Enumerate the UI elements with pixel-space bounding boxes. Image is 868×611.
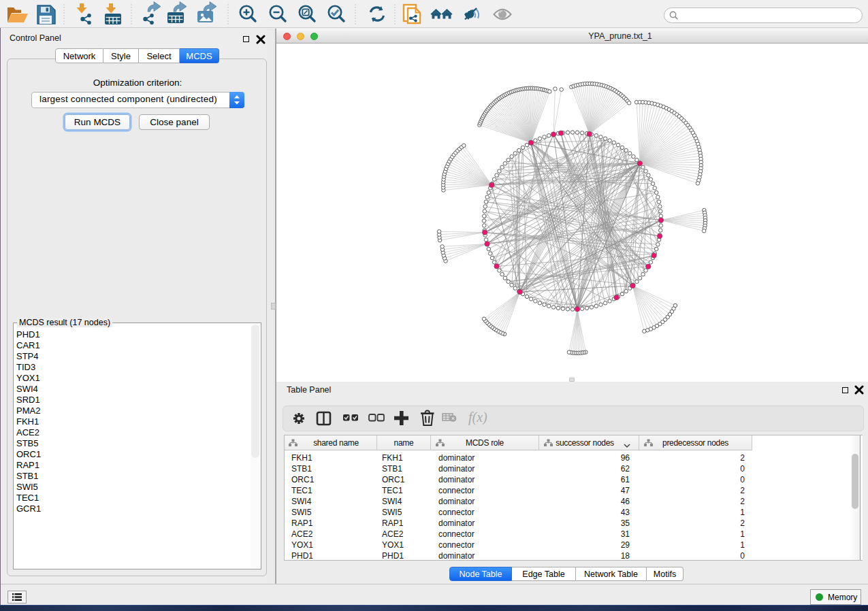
svg-text:f(x): f(x): [468, 410, 487, 425]
